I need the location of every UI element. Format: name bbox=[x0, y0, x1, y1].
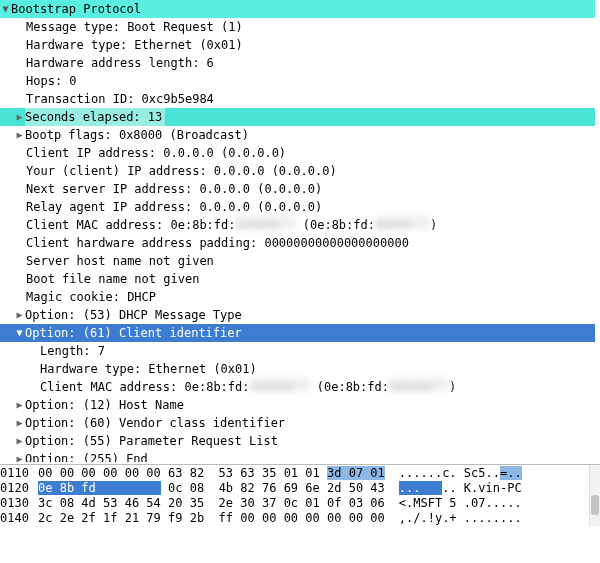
hex-offset: 0110 bbox=[0, 466, 38, 481]
hex-row: 0140 2c 2e 2f 1f 21 79 f9 2b ff 00 00 00… bbox=[0, 511, 600, 526]
tree-item-bootp-flags[interactable]: ▶Bootp flags: 0x8000 (Broadcast) bbox=[0, 126, 600, 144]
triangle-down-icon: ▼ bbox=[14, 324, 25, 342]
triangle-right-icon: ▶ bbox=[14, 396, 25, 414]
tree-item-magic[interactable]: Magic cookie: DHCP bbox=[0, 288, 600, 306]
tree-item-hw-addr-len[interactable]: Hardware address length: 6 bbox=[0, 54, 600, 72]
tree-item-hops[interactable]: Hops: 0 bbox=[0, 72, 600, 90]
redacted-mac: xxxxxx bbox=[389, 378, 449, 391]
triangle-right-icon: ▶ bbox=[14, 126, 25, 144]
hex-bytes-selected: 0e 8b fd bbox=[38, 481, 161, 495]
tree-item-opt60[interactable]: ▶Option: (60) Vendor class identifier bbox=[0, 414, 600, 432]
tree-item-opt61-length[interactable]: Length: 7 bbox=[0, 342, 600, 360]
redacted-mac: xxxxxx bbox=[236, 216, 296, 229]
triangle-right-icon: ▶ bbox=[14, 108, 25, 126]
tree-item-opt61-selected[interactable]: ▼Option: (61) Client identifier bbox=[0, 324, 595, 342]
tree-item-opt53[interactable]: ▶Option: (53) DHCP Message Type bbox=[0, 306, 600, 324]
triangle-right-icon: ▶ bbox=[14, 432, 25, 450]
tree-item-file[interactable]: Boot file name not given bbox=[0, 270, 600, 288]
tree-item-chaddr-padding[interactable]: Client hardware address padding: 0000000… bbox=[0, 234, 600, 252]
tree-item-opt12[interactable]: ▶Option: (12) Host Name bbox=[0, 396, 600, 414]
scrollbar-thumb[interactable] bbox=[591, 495, 599, 515]
hex-pane[interactable]: 0110 00 00 00 00 00 00 63 82 53 63 35 01… bbox=[0, 464, 600, 526]
tree-item-opt61-mac[interactable]: Client MAC address: 0e:8b:fd:xxxxxx (0e:… bbox=[0, 378, 600, 396]
tree-header-label: Bootstrap Protocol bbox=[11, 0, 141, 18]
triangle-down-icon: ▼ bbox=[0, 0, 11, 18]
triangle-right-icon: ▶ bbox=[14, 306, 25, 324]
tree-item-ciaddr[interactable]: Client IP address: 0.0.0.0 (0.0.0.0) bbox=[0, 144, 600, 162]
hex-scrollbar[interactable] bbox=[589, 465, 600, 526]
tree-item-xid[interactable]: Transaction ID: 0xc9b5e984 bbox=[0, 90, 600, 108]
tree-item-giaddr[interactable]: Relay agent IP address: 0.0.0.0 (0.0.0.0… bbox=[0, 198, 600, 216]
tree-item-sname[interactable]: Server host name not given bbox=[0, 252, 600, 270]
hex-offset: 0130 bbox=[0, 496, 38, 511]
tree-item-siaddr[interactable]: Next server IP address: 0.0.0.0 (0.0.0.0… bbox=[0, 180, 600, 198]
tree-item-opt55[interactable]: ▶Option: (55) Parameter Request List bbox=[0, 432, 600, 450]
redacted-mac: xxxxx bbox=[375, 216, 430, 229]
redacted-mac: xxxxxx bbox=[250, 378, 310, 391]
tree-item-opt255[interactable]: ▶Option: (255) End bbox=[0, 450, 600, 462]
tree-item-opt61-hwtype[interactable]: Hardware type: Ethernet (0x01) bbox=[0, 360, 600, 378]
tree-item-seconds-elapsed[interactable]: ▶ Seconds elapsed: 13 bbox=[0, 108, 595, 126]
hex-offset: 0120 bbox=[0, 481, 38, 496]
tree-header-bootstrap[interactable]: ▼ Bootstrap Protocol bbox=[0, 0, 595, 18]
hex-row: 0110 00 00 00 00 00 00 63 82 53 63 35 01… bbox=[0, 466, 600, 481]
tree-item-yiaddr[interactable]: Your (client) IP address: 0.0.0.0 (0.0.0… bbox=[0, 162, 600, 180]
tree-item-message-type[interactable]: Message type: Boot Request (1) bbox=[0, 18, 600, 36]
triangle-right-icon: ▶ bbox=[14, 450, 25, 462]
hex-row: 0130 3c 08 4d 53 46 54 20 35 2e 30 37 0c… bbox=[0, 496, 600, 511]
hex-offset: 0140 bbox=[0, 511, 38, 526]
tree-item-hardware-type[interactable]: Hardware type: Ethernet (0x01) bbox=[0, 36, 600, 54]
tree-item-chaddr[interactable]: Client MAC address: 0e:8b:fd:xxxxxx (0e:… bbox=[0, 216, 600, 234]
triangle-right-icon: ▶ bbox=[14, 414, 25, 432]
hex-row: 0120 0e 8b fd 0c 08 4b 82 76 69 6e 2d 50… bbox=[0, 481, 600, 496]
hex-bytes-highlight: 3d 07 01 bbox=[327, 466, 385, 480]
